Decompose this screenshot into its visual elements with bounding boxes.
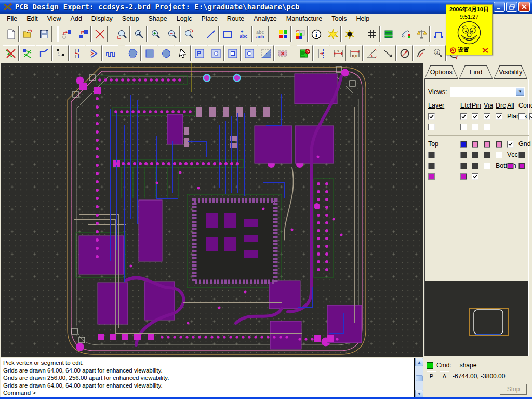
add-text-button[interactable]: +abc <box>236 26 252 42</box>
stretch-etch-button[interactable] <box>69 45 85 61</box>
zoom-out-button[interactable] <box>164 26 180 42</box>
scroll-down-button[interactable]: ▼ <box>415 390 423 398</box>
balloon-note-button[interactable]: B <box>430 45 446 61</box>
dimension-radius-button[interactable] <box>413 45 429 61</box>
clock-close-icon[interactable] <box>482 47 488 54</box>
scroll-up-button[interactable]: ▲ <box>415 358 423 366</box>
vcc-swatch-2[interactable] <box>460 163 467 169</box>
vcc-swatch-3[interactable] <box>472 163 478 169</box>
bottom-swatch-0[interactable] <box>507 163 514 169</box>
views-combobox[interactable]: ▼ <box>450 87 525 97</box>
cross-section-button[interactable] <box>380 26 396 42</box>
tab-visibility[interactable]: Visibility <box>494 65 527 79</box>
bottom-visible-checkbox[interactable] <box>472 173 478 180</box>
zoom-previous-button[interactable] <box>180 26 196 42</box>
open-file-button[interactable] <box>19 26 35 42</box>
grid-toggle-button[interactable] <box>364 26 380 42</box>
console-scrollbar[interactable]: ▲ ▼ <box>415 358 423 398</box>
follow-mode-button[interactable] <box>86 45 102 61</box>
bottom-swatch-1[interactable] <box>518 163 525 169</box>
edit-vertex-button[interactable] <box>52 45 69 61</box>
route-connect-button[interactable] <box>430 26 446 42</box>
bottom-swatch-3[interactable] <box>460 173 467 180</box>
gnd-visible-checkbox[interactable] <box>496 152 502 158</box>
conductors-all-checkbox[interactable] <box>496 113 502 120</box>
vcc-swatch-0[interactable] <box>518 152 525 158</box>
shape-void-polygon-button[interactable] <box>208 45 224 61</box>
shape-select-fill-button[interactable] <box>258 45 274 61</box>
vcc-swatch-1[interactable] <box>428 163 435 169</box>
artwork-pen-button[interactable] <box>397 26 413 42</box>
top-swatch-0[interactable] <box>460 141 467 148</box>
drc-update-button[interactable] <box>297 45 313 61</box>
meander-button[interactable] <box>102 45 118 61</box>
element-info-button[interactable]: i <box>308 26 324 42</box>
vcc-visible-checkbox[interactable] <box>484 163 490 169</box>
planes-pin-checkbox[interactable] <box>428 124 435 130</box>
highlight-button[interactable] <box>325 26 341 42</box>
conductors-via-checkbox[interactable] <box>472 113 478 120</box>
angle-button[interactable]: A <box>440 371 449 380</box>
zoom-in-button[interactable] <box>147 26 163 42</box>
planes-drc-checkbox[interactable] <box>472 124 478 130</box>
pcb-design-canvas[interactable] <box>1 63 423 357</box>
ripup-etch-button[interactable] <box>3 45 19 61</box>
copy-mode-button[interactable] <box>58 26 74 42</box>
world-view-navigator[interactable] <box>424 281 529 356</box>
zoom-fit-button[interactable] <box>114 26 130 42</box>
menu-tools[interactable]: Tools <box>327 14 351 23</box>
menu-route[interactable]: Route <box>222 14 249 23</box>
color-priority-button[interactable] <box>275 26 291 42</box>
dimension-datum-button[interactable]: 0,0 <box>347 45 363 61</box>
close-button[interactable] <box>518 2 530 12</box>
planes-all-checkbox[interactable] <box>484 124 490 130</box>
menu-display[interactable]: Display <box>87 14 117 23</box>
shape-polygon-button[interactable] <box>125 45 141 61</box>
select-pointer-button[interactable] <box>175 45 191 61</box>
pin-align-button[interactable] <box>313 45 329 61</box>
edit-text-button[interactable]: abcacb <box>252 26 269 42</box>
message-console[interactable]: Pick vertex or segment to edit. Grids ar… <box>1 358 415 398</box>
menu-add[interactable]: Add <box>66 14 87 23</box>
conductors-pin-checkbox[interactable] <box>460 113 467 120</box>
clock-settings-button[interactable]: 设置 <box>450 46 469 54</box>
minimize-button[interactable] <box>494 2 505 12</box>
menu-logic[interactable]: Logic <box>172 14 197 23</box>
shape-rectangle-button[interactable] <box>141 45 157 61</box>
shape-void-circle-button[interactable] <box>241 45 257 61</box>
conductors-drc-checkbox[interactable] <box>484 113 490 120</box>
views-dropdown-button[interactable]: ▼ <box>516 88 524 96</box>
menu-analyze[interactable]: Analyze <box>249 14 281 23</box>
dehighlight-button[interactable] <box>341 26 357 42</box>
top-swatch-2[interactable] <box>484 141 490 148</box>
constraints-button[interactable] <box>414 26 430 42</box>
zoom-window-button[interactable] <box>130 26 147 42</box>
tab-options[interactable]: Options <box>424 65 458 79</box>
top-swatch-1[interactable] <box>472 141 478 148</box>
dimension-diameter-button[interactable] <box>396 45 413 61</box>
menu-manufacture[interactable]: Manufacture <box>282 14 327 23</box>
planes-etch-checkbox[interactable] <box>518 113 525 120</box>
menu-shape[interactable]: Shape <box>144 14 172 23</box>
new-file-button[interactable] <box>3 26 19 42</box>
conductors-etch-checkbox[interactable] <box>428 113 435 120</box>
planes-via-checkbox[interactable] <box>460 124 467 130</box>
net-schedule-button[interactable] <box>19 45 35 61</box>
gnd-swatch-1[interactable] <box>460 152 467 158</box>
leader-note-button[interactable] <box>380 45 396 61</box>
planes-master-checkbox[interactable] <box>529 113 532 120</box>
slide-button[interactable] <box>36 45 52 61</box>
add-rectangle-button[interactable] <box>219 26 235 42</box>
shape-circle-button[interactable] <box>158 45 174 61</box>
tab-find[interactable]: Find <box>459 65 493 79</box>
menu-view[interactable]: View <box>43 14 66 23</box>
gnd-swatch-0[interactable] <box>428 152 435 158</box>
desktop-clock-widget[interactable]: 2006年4月10日 9:51:27 设置 <box>446 4 493 55</box>
move-mode-button[interactable] <box>75 26 91 42</box>
save-file-button[interactable] <box>36 26 52 42</box>
add-line-button[interactable] <box>203 26 219 42</box>
menu-setup[interactable]: Setup <box>117 14 144 23</box>
bottom-swatch-2[interactable] <box>428 173 435 180</box>
dimension-angular-button[interactable] <box>363 45 379 61</box>
scrollbar-thumb[interactable] <box>416 375 423 381</box>
